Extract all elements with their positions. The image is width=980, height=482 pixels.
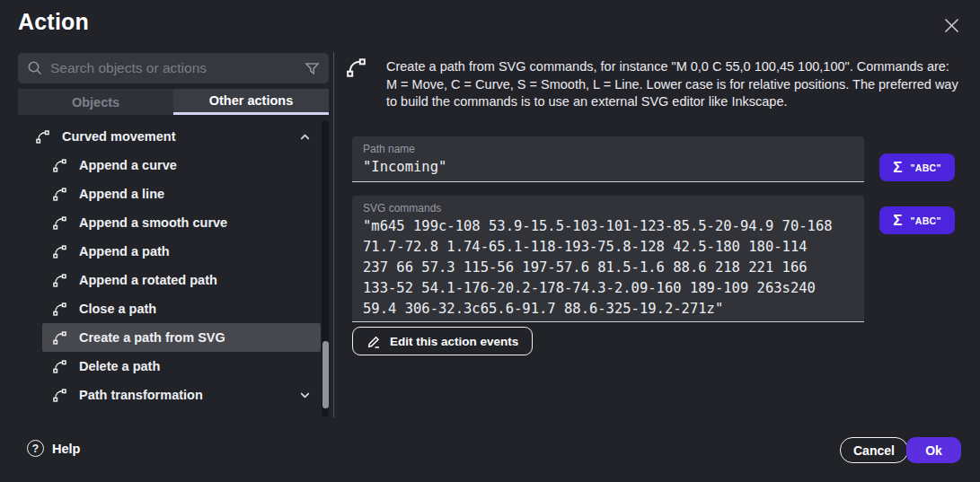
help-button[interactable]: ? Help bbox=[27, 440, 80, 457]
list-item[interactable]: Append a line bbox=[42, 180, 321, 208]
close-button[interactable] bbox=[939, 13, 964, 38]
svg-commands-field[interactable]: SVG commands "m645 199c-108 53.9-15.5-10… bbox=[352, 196, 864, 322]
list-item-label: Close a path bbox=[79, 302, 156, 316]
list-item-label: Append a rotated path bbox=[79, 273, 217, 287]
edit-events-button[interactable]: Edit this action events bbox=[352, 327, 533, 355]
bezier-curve-icon bbox=[51, 358, 68, 375]
tab-other-actions[interactable]: Other actions bbox=[173, 89, 329, 115]
bezier-curve-icon bbox=[51, 301, 68, 318]
path-name-input[interactable]: "Incoming" bbox=[363, 159, 853, 175]
bezier-curve-icon bbox=[51, 186, 68, 203]
panel-divider bbox=[333, 52, 334, 417]
sigma-icon: Σ bbox=[893, 160, 902, 175]
page-title: Action bbox=[18, 9, 89, 35]
tab-bar: Objects Other actions bbox=[18, 89, 329, 115]
abc-label: "ABC" bbox=[910, 215, 940, 226]
list-item[interactable]: Delete a path bbox=[42, 352, 321, 381]
expression-builder-button[interactable]: Σ "ABC" bbox=[879, 206, 955, 234]
list-item-label: Append a curve bbox=[79, 158, 177, 172]
bezier-curve-icon bbox=[51, 157, 68, 174]
list-item[interactable]: Curved movement bbox=[18, 122, 321, 151]
svg-commands-label: SVG commands bbox=[363, 202, 853, 215]
list-item[interactable]: Append a curve bbox=[42, 151, 321, 180]
list-item[interactable]: Create a path from SVG bbox=[42, 323, 321, 352]
scrollbar-thumb[interactable] bbox=[322, 341, 329, 408]
bezier-curve-icon bbox=[344, 56, 368, 80]
bezier-curve-icon bbox=[51, 272, 68, 289]
bezier-curve-icon bbox=[51, 243, 68, 260]
svg-commands-input[interactable]: "m645 199c-108 53.9-15.5-103-101-123-85.… bbox=[363, 216, 853, 320]
bezier-curve-icon bbox=[51, 387, 68, 404]
list-item[interactable]: Append a smooth curve bbox=[42, 208, 321, 237]
search-input[interactable] bbox=[50, 60, 297, 76]
path-name-label: Path name bbox=[363, 143, 853, 155]
list-item-label: Curved movement bbox=[62, 129, 176, 144]
close-icon bbox=[943, 17, 960, 34]
scrollbar[interactable] bbox=[322, 120, 329, 416]
actions-list: Curved movementAppend a curveAppend a li… bbox=[18, 122, 321, 415]
search-icon bbox=[27, 60, 43, 76]
bezier-curve-icon bbox=[34, 128, 51, 145]
action-description: Create a path from SVG commands, for ins… bbox=[386, 58, 963, 111]
list-item-label: Delete a path bbox=[79, 359, 160, 373]
list-item[interactable]: Path transformation bbox=[42, 381, 321, 409]
list-item-label: Append a path bbox=[79, 244, 170, 259]
list-item-label: Path transformation bbox=[79, 388, 203, 402]
help-label: Help bbox=[52, 442, 80, 456]
chevron-up-icon bbox=[298, 130, 312, 144]
search-box[interactable] bbox=[18, 53, 329, 83]
chevron-down-icon bbox=[298, 389, 312, 402]
path-name-field[interactable]: Path name "Incoming" bbox=[352, 136, 864, 182]
bezier-curve-icon bbox=[51, 215, 68, 232]
help-icon: ? bbox=[27, 440, 44, 457]
list-item-label: Append a smooth curve bbox=[79, 215, 227, 230]
list-item[interactable]: Append a rotated path bbox=[42, 266, 321, 294]
list-item[interactable]: Append a path bbox=[42, 237, 321, 266]
filter-icon[interactable] bbox=[305, 61, 320, 76]
list-item-label: Create a path from SVG bbox=[79, 330, 225, 345]
ok-button[interactable]: Ok bbox=[906, 437, 961, 463]
bezier-curve-icon bbox=[51, 329, 68, 346]
list-item[interactable]: Close a path bbox=[42, 294, 321, 323]
abc-label: "ABC" bbox=[910, 162, 940, 173]
cancel-button[interactable]: Cancel bbox=[840, 437, 908, 463]
list-item-label: Append a line bbox=[79, 187, 164, 201]
tab-objects[interactable]: Objects bbox=[18, 89, 173, 115]
sigma-icon: Σ bbox=[893, 213, 902, 228]
expression-builder-button[interactable]: Σ "ABC" bbox=[879, 153, 955, 181]
pencil-icon bbox=[366, 334, 382, 349]
